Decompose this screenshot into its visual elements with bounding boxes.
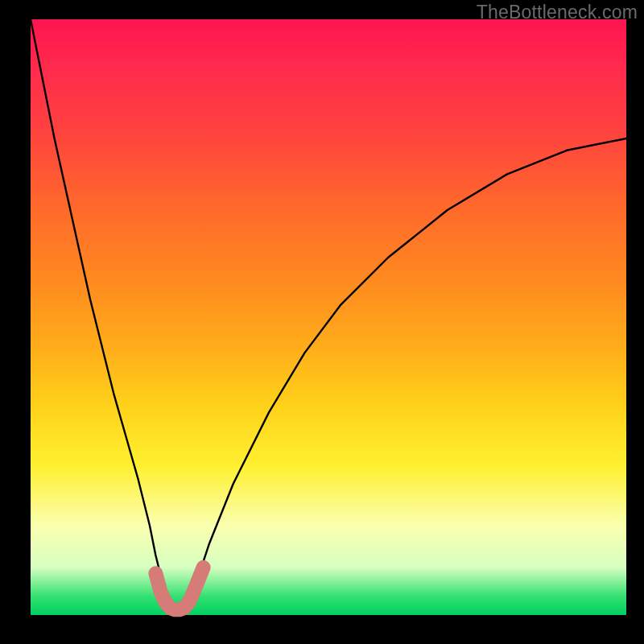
highlight-valley [155,568,203,610]
curve-layer [31,19,626,615]
plot-area [31,19,626,615]
chart-frame: TheBottleneck.com [0,0,644,644]
bottleneck-curve [31,19,626,609]
